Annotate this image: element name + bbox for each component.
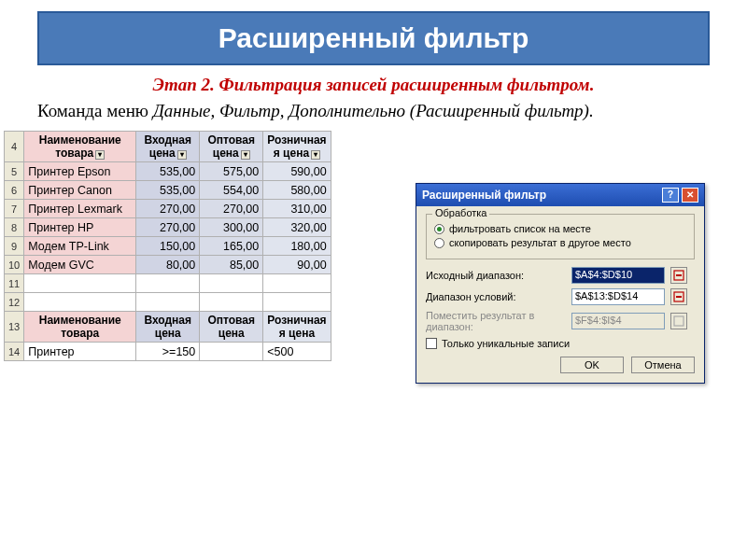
radio-copy-to[interactable]: скопировать результат в другое место xyxy=(434,237,686,248)
filter-dropdown-icon[interactable]: ▾ xyxy=(311,150,320,160)
dialog-titlebar[interactable]: Расширенный фильтр ? ✕ xyxy=(416,184,704,206)
radio-filter-inplace[interactable]: фильтровать список на месте xyxy=(434,223,686,234)
ok-button[interactable]: OK xyxy=(560,357,624,373)
unique-records-checkbox[interactable]: Только уникальные записи xyxy=(426,338,695,349)
col-input-header[interactable]: Входная цена▾ xyxy=(136,132,200,162)
radio-icon xyxy=(434,238,444,248)
checkbox-label: Только уникальные записи xyxy=(442,338,570,349)
filter-dropdown-icon[interactable]: ▾ xyxy=(241,150,250,160)
col-name-header[interactable]: Наименование товара▾ xyxy=(24,132,136,162)
radio-label: фильтровать список на месте xyxy=(449,223,591,234)
table-row: 5Принтер Epson535,00575,00590,00 xyxy=(5,162,331,181)
command-description: Команда меню Данные, Фильтр, Дополнитель… xyxy=(37,101,710,121)
svg-rect-1 xyxy=(676,274,682,276)
radio-label: скопировать результат в другое место xyxy=(449,237,631,248)
output-range-input: $F$4:$I$4 xyxy=(571,313,665,329)
table-row: 7Принтер Lexmark270,00270,00310,00 xyxy=(5,200,331,218)
output-range-row: Поместить результат в диапазон: $F$4:$I$… xyxy=(426,310,695,332)
radio-icon xyxy=(434,224,444,234)
cmd-italic: Данные, Фильтр, Дополнительно (Расширенн… xyxy=(153,101,594,120)
criteria-range-label: Диапазон условий: xyxy=(426,291,566,302)
dialog-title-text: Расширенный фильтр xyxy=(422,189,546,202)
col-retail-header[interactable]: Розничная я цена▾ xyxy=(263,132,331,162)
criteria-range-row: Диапазон условий: $A$13:$D$14 xyxy=(426,288,695,305)
source-range-row: Исходный диапазон: $A$4:$D$10 xyxy=(426,267,695,284)
cmd-prefix: Команда меню xyxy=(37,101,153,120)
range-select-icon xyxy=(670,313,687,329)
table-row: 10Модем GVC80,0085,0090,00 xyxy=(5,256,331,274)
empty-row: 11 xyxy=(5,274,331,293)
table-row: 9Модем TP-Link150,00165,00180,00 xyxy=(5,237,331,256)
stage-heading: Этап 2. Фильтрация записей расширенным ф… xyxy=(37,75,710,95)
source-range-input[interactable]: $A$4:$D$10 xyxy=(571,267,665,284)
range-select-icon[interactable] xyxy=(670,288,687,305)
criteria-range-input[interactable]: $A$13:$D$14 xyxy=(571,288,665,305)
criteria-row: 14 Принтер >=150 <500 xyxy=(5,343,331,361)
table-row: 6Принтер Canon535,00554,00580,00 xyxy=(5,181,331,200)
table-row: 8Принтер HP270,00300,00320,00 xyxy=(5,218,331,237)
help-icon[interactable]: ? xyxy=(662,188,679,203)
checkbox-icon xyxy=(426,338,437,349)
range-select-icon[interactable] xyxy=(670,267,687,284)
svg-rect-3 xyxy=(676,296,682,298)
empty-row: 12 xyxy=(5,293,331,312)
close-icon[interactable]: ✕ xyxy=(682,188,698,203)
filter-dropdown-icon[interactable]: ▾ xyxy=(95,150,105,160)
col-wholesale-header[interactable]: Оптовая цена▾ xyxy=(200,132,263,162)
row-number[interactable]: 4 xyxy=(5,132,24,162)
page-title: Расширенный фильтр xyxy=(37,11,710,65)
filter-dropdown-icon[interactable]: ▾ xyxy=(177,150,187,160)
data-table: 4 Наименование товара▾ Входная цена▾ Опт… xyxy=(4,131,331,361)
groupbox-legend: Обработка xyxy=(432,207,489,218)
svg-rect-4 xyxy=(674,316,684,326)
cancel-button[interactable]: Отмена xyxy=(631,357,695,373)
output-range-label: Поместить результат в диапазон: xyxy=(426,310,566,332)
criteria-header-row: 13 Наименование товара Входная цена Опто… xyxy=(5,312,331,343)
source-range-label: Исходный диапазон: xyxy=(426,270,566,281)
header-row: 4 Наименование товара▾ Входная цена▾ Опт… xyxy=(5,132,331,162)
advanced-filter-dialog: Расширенный фильтр ? ✕ Обработка фильтро… xyxy=(416,183,705,384)
processing-groupbox: Обработка фильтровать список на месте ск… xyxy=(426,214,695,259)
